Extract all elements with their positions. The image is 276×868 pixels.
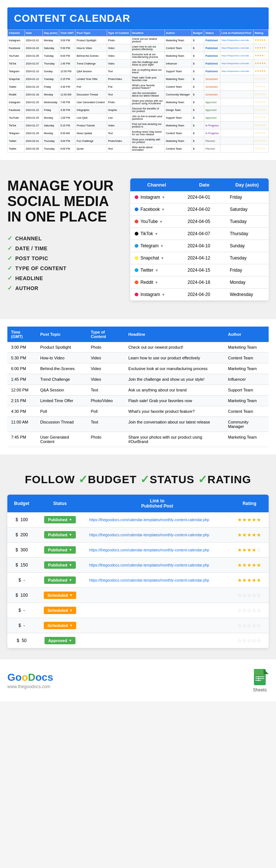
manage-features: ✓CHANNEL ✓DATE / TIME ✓POST TOPIC ✓TYPE … [7, 233, 123, 293]
table-row: 5:30 PM How-to Video Video Learn how to … [7, 353, 269, 363]
budget-cell: $ 100 [7, 588, 36, 603]
dropdown-arrow[interactable]: ▼ [159, 220, 163, 224]
post-time: 12:00 PM [7, 385, 36, 395]
cell-time: 3:00 PM [59, 36, 75, 44]
col-header-budget: Budget [192, 30, 204, 36]
status-badge[interactable]: Scheduled ▼ [44, 622, 77, 629]
cell-channel: Instagram [8, 36, 25, 44]
table-row: Telegram 2024-01-10 Sunday 12:00 PM Q&A … [8, 67, 269, 75]
cell-date: 2024-01-07 [25, 60, 43, 67]
col-header-day: Day (auto) [43, 30, 59, 36]
dropdown-arrow[interactable]: ▼ [161, 208, 165, 212]
check-icon-type: ✓ [7, 265, 13, 272]
cell-topic: Infographic [75, 106, 107, 114]
status-badge[interactable]: Published ▼ [44, 576, 75, 584]
dropdown-arrow-badge[interactable]: ▼ [70, 609, 73, 612]
star-filled: ★ [237, 547, 242, 553]
channel-name: Instagram [141, 292, 160, 297]
budget-cell: $ - [7, 603, 36, 618]
table-row: Facebook 2024-01-22 Friday 3:30 PM Infog… [8, 106, 269, 114]
cell-headline: Join the challenge and show us your styl… [131, 60, 164, 67]
follow-title: FOLLOW ✓BUDGET ✓STATUS ✓RATING [7, 473, 269, 486]
cell-status: Approved [204, 114, 220, 122]
dropdown-arrow-badge[interactable]: ▼ [69, 563, 72, 567]
star-filled: ★ [237, 532, 242, 538]
dropdown-arrow-badge[interactable]: ▼ [70, 593, 73, 597]
cell-day: Sunday [43, 67, 59, 75]
dropdown-arrow[interactable]: ▼ [160, 256, 164, 260]
cell-date: 2024-01-12 [25, 75, 43, 83]
post-topic: Q&A Session [36, 385, 87, 395]
status-badge[interactable]: Approved ▼ [45, 637, 75, 644]
post-author: Marketing Team [224, 342, 269, 353]
cell-channel: Telegram [8, 67, 25, 75]
status-badge[interactable]: Scheduled ▼ [44, 607, 77, 614]
status-badge[interactable]: Published ▼ [44, 546, 75, 554]
channel-dot [135, 220, 138, 223]
published-link[interactable]: https://thegoodocs.com/calendar-template… [89, 533, 209, 537]
feature-type-label: TYPE OF CONTENT [15, 265, 67, 271]
dropdown-arrow-badge[interactable]: ▼ [68, 639, 72, 642]
link-cell [84, 588, 230, 603]
dropdown-arrow-badge[interactable]: ▼ [70, 624, 73, 627]
col-header-channel: Channel [8, 30, 25, 36]
channel-name: Instagram [141, 195, 160, 200]
cell-link [220, 106, 253, 114]
dropdown-arrow[interactable]: ▼ [155, 280, 158, 285]
dropdown-arrow[interactable]: ▼ [162, 195, 165, 199]
cell-link [220, 129, 253, 137]
status-badge[interactable]: Published ▼ [44, 531, 75, 538]
published-link[interactable]: https://thegoodocs.com/calendar-template… [89, 518, 209, 522]
cell-budget: $ [192, 106, 204, 114]
cell-status: Published [204, 36, 220, 44]
published-link[interactable]: https://thegoodocs.com/calendar-template… [89, 578, 209, 582]
status-cell: Published ▼ [36, 558, 84, 573]
post-topic: Product Spotlight [36, 342, 87, 353]
cell-author: Marketing Team [164, 52, 192, 60]
status-badge[interactable]: Published ▼ [44, 561, 75, 569]
post-author: Content Team [224, 406, 269, 417]
cell-status: Published [204, 44, 220, 52]
cell-day: Thursday [43, 60, 59, 67]
cell-time: 12:00 PM [59, 67, 75, 75]
link-cell [84, 633, 230, 648]
published-link[interactable]: https://thegoodocs.com/calendar-template… [89, 548, 209, 552]
cell-rating: ☆☆☆☆☆ [253, 114, 268, 122]
star-filled: ★ [247, 532, 252, 538]
dropdown-arrow[interactable]: ▼ [160, 244, 164, 248]
link-cell: https://thegoodocs.com/calendar-template… [84, 543, 230, 558]
dropdown-arrow-badge[interactable]: ▼ [69, 533, 72, 537]
cell-status: Published [204, 52, 220, 60]
date-cell: 2024-04-15 [183, 264, 226, 276]
link-cell: https://thegoodocs.com/calendar-template… [84, 527, 230, 543]
list-item: Reddit ▼ 2024-04-18 Monday [130, 276, 269, 289]
list-item: TikTok ▼ 2024-04-07 Thursday [130, 228, 269, 240]
table-row: 6:00 PM Behind-the-Scenes Video Exclusiv… [7, 363, 269, 374]
cell-time: 3:30 PM [59, 106, 75, 114]
spreadsheet-header-row: Channel Date Day (auto) Time GMT Post To… [8, 30, 269, 36]
dropdown-arrow[interactable]: ▼ [155, 232, 158, 236]
rating-cell: ★★★★☆ [230, 543, 269, 558]
table-row: Reddit 2024-01-18 Monday 11:00 AM Discus… [8, 91, 269, 98]
status-badge[interactable]: Published ▼ [44, 516, 75, 523]
cell-type: Live [107, 114, 131, 122]
svg-marker-3 [263, 669, 269, 674]
published-link[interactable]: https://thegoodocs.com/calendar-template… [89, 563, 209, 567]
cell-day: Saturday [43, 44, 59, 52]
star-empty: ☆ [252, 623, 256, 628]
dropdown-arrow-badge[interactable]: ▼ [69, 518, 72, 522]
cell-budget: $ [192, 67, 204, 75]
dropdown-arrow-badge[interactable]: ▼ [69, 548, 72, 552]
status-badge[interactable]: Scheduled ▼ [44, 592, 77, 599]
star-filled: ★ [242, 532, 247, 538]
gooddocs-name: GooDocs [7, 672, 53, 683]
post-type: Text [87, 417, 125, 432]
cell-date: 2024-01-15 [25, 83, 43, 91]
svg-rect-4 [255, 676, 264, 677]
status-cell: Published ▼ [36, 512, 84, 527]
table-row: Twitter 2024-01-15 Friday 4:30 PM Poll P… [8, 83, 269, 91]
dropdown-arrow[interactable]: ▼ [162, 293, 165, 297]
dropdown-arrow-badge[interactable]: ▼ [69, 578, 72, 582]
cell-budget: $ [192, 145, 204, 153]
dropdown-arrow[interactable]: ▼ [155, 268, 159, 272]
